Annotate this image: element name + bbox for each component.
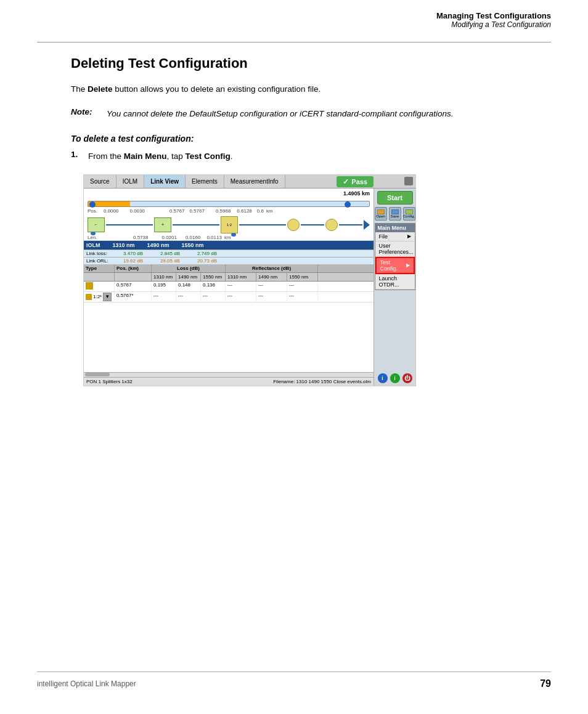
- power-icon[interactable]: ⏻: [402, 373, 412, 383]
- open-button[interactable]: Open: [375, 207, 387, 221]
- corner-button[interactable]: [404, 177, 413, 185]
- len-val-2: 0.0201: [161, 235, 176, 240]
- screenshot-body: 1.4905 km Pos. 0.0000 0.0030 0.5767 0.57…: [84, 189, 415, 386]
- fiber-line-3: [239, 224, 286, 225]
- step-text: From the Main Menu, tap Test Config.: [88, 150, 233, 163]
- section-subtitle: Modifying a Test Configuration: [436, 20, 551, 29]
- len-unit: km: [224, 235, 231, 240]
- event-1-pos: 0.5767: [115, 282, 152, 291]
- footer-app-name: intelligent Optical Link Mapper: [37, 680, 136, 688]
- pos-val-7: 0.6: [257, 208, 264, 214]
- fiber-line-4: [301, 224, 324, 225]
- link-loss-label: Link loss:: [86, 251, 123, 256]
- check-icon: ✓: [343, 177, 349, 186]
- open-icon: [377, 209, 385, 214]
- note-block: Note: You cannot delete the DefaultSetup…: [71, 107, 551, 121]
- tab-measurement-info[interactable]: MeasurementInfo: [224, 175, 285, 188]
- link-orl-1310: 19.62 dB: [123, 258, 160, 264]
- link-orl-1550: 20.73 dB: [197, 258, 234, 264]
- note-text: You cannot delete the DefaultSetup confi…: [107, 107, 454, 121]
- pos-val-3: 0.5767: [169, 208, 184, 214]
- col-type: Type: [84, 264, 115, 272]
- scrollbar-thumb[interactable]: [85, 373, 110, 376]
- screenshot: Source IOLM Link View Elements Measureme…: [83, 174, 416, 386]
- info-icon-2[interactable]: i: [390, 373, 400, 383]
- main-menu-label: Main Menu: [378, 225, 407, 231]
- iolm-col-1310: 1310 nm: [113, 242, 135, 248]
- start-button[interactable]: Start: [377, 191, 413, 205]
- event-1-ref-1490: ---: [256, 282, 287, 291]
- element-1-icon: ←: [94, 222, 99, 227]
- chapter-title: Managing Test Configurations: [436, 11, 551, 20]
- main-menu-bold: Main Menu: [124, 152, 167, 161]
- event-2-ref-1310: ---: [226, 292, 256, 302]
- config-label: Config.: [403, 214, 415, 218]
- event-2-dropdown[interactable]: ▼: [103, 293, 112, 301]
- link-orl-1490: 28.05 dB: [160, 258, 197, 264]
- event-1-icon: [86, 282, 93, 290]
- pos-label: Pos.: [88, 208, 102, 214]
- header-divider: [37, 42, 551, 43]
- horizontal-scrollbar[interactable]: [84, 372, 374, 377]
- event-2-ref-1490: ---: [256, 292, 287, 302]
- position-row: Pos. 0.0000 0.0030 0.5767 0.5767 0.5968 …: [88, 208, 370, 214]
- intro-paragraph: The Delete button allows you to delete a…: [71, 83, 551, 96]
- launch-label: Launch OTDR...: [379, 275, 411, 288]
- footer-divider: [37, 671, 551, 672]
- event-1-ref-1550: ---: [287, 282, 318, 291]
- event-1-type: [84, 282, 115, 291]
- iolm-row-link-orl: Link ORL: 19.62 dB 28.05 dB 20.73 dB: [84, 257, 374, 264]
- tab-link-view[interactable]: Link View: [144, 175, 186, 188]
- config-button[interactable]: Config.: [403, 207, 415, 221]
- fiber-line-2: [173, 224, 219, 225]
- iolm-table: IOLM 1310 nm 1490 nm 1550 nm Link loss: …: [84, 241, 374, 264]
- footer: intelligent Optical Link Mapper 79: [37, 671, 551, 689]
- col-pos: Pos. (km): [115, 264, 152, 272]
- len-val-4: 0.0113: [206, 235, 221, 240]
- fiber-bar: [88, 201, 370, 207]
- link-loss-1490: 2.845 dB: [160, 251, 197, 256]
- splitter-badge: [231, 233, 236, 237]
- bar-end-marker: [345, 201, 351, 208]
- element-2: +: [154, 217, 171, 232]
- col-reflectance: Reflectance (dB): [226, 264, 318, 272]
- menu-file[interactable]: File ▶: [375, 232, 415, 241]
- delete-bold: Delete: [88, 84, 113, 94]
- subcol-ref-1490: 1490 nm: [256, 273, 287, 281]
- iolm-header: IOLM 1310 nm 1490 nm 1550 nm: [84, 241, 374, 249]
- tab-source[interactable]: Source: [84, 175, 116, 188]
- subcol-ref-1310: 1310 nm: [226, 273, 256, 281]
- save-button[interactable]: Save: [389, 207, 401, 221]
- tab-bar: Source IOLM Link View Elements Measureme…: [84, 175, 415, 189]
- element-connector-2: [325, 219, 338, 231]
- event-2-icon: [86, 294, 92, 300]
- subcol-loss-1490: 1490 nm: [176, 273, 201, 281]
- pos-val-4: 0.5767: [189, 208, 204, 214]
- subcol-pos: [115, 273, 152, 281]
- menu-user-preferences[interactable]: User Preferences...: [375, 241, 415, 257]
- main-menu: Main Menu File ▶ User Preferences... Tes…: [375, 223, 415, 290]
- main-content: Deleting Test Configuration The Delete b…: [71, 55, 551, 386]
- tab-elements[interactable]: Elements: [186, 175, 224, 188]
- menu-launch-otdr[interactable]: Launch OTDR...: [375, 274, 415, 290]
- footer-content: intelligent Optical Link Mapper 79: [37, 678, 551, 689]
- element-splitter: 1:2: [221, 216, 238, 233]
- event-1-ref-1310: ---: [226, 282, 256, 291]
- events-subheader-row: 1310 nm 1490 nm 1550 nm 1310 nm 1490 nm …: [84, 273, 374, 282]
- step-number: 1.: [71, 150, 83, 159]
- tab-iolm[interactable]: IOLM: [116, 175, 144, 188]
- iolm-col-label: IOLM: [86, 242, 100, 248]
- event-2-pos: 0.5767*: [115, 292, 152, 302]
- event-1-loss-1550: 0.136: [201, 282, 226, 291]
- toolbar-icon-row: Open Save Config.: [375, 207, 415, 221]
- len-val-3: 0.0160: [186, 235, 200, 240]
- iolm-col-1550: 1550 nm: [182, 242, 204, 248]
- menu-test-config[interactable]: Test Config. ▶: [375, 257, 415, 274]
- elements-row: ← + 1:2: [88, 216, 370, 233]
- info-icon-1[interactable]: i: [378, 373, 388, 383]
- element-connector-1: [287, 219, 300, 231]
- pos-val-5: 0.5968: [216, 208, 231, 214]
- pos-val-1: 0.0000: [104, 208, 118, 214]
- step-1: 1. From the Main Menu, tap Test Config.: [71, 150, 551, 163]
- length-row: Len. 0.5738 0.0201 0.0160 0.0113 km: [88, 235, 370, 240]
